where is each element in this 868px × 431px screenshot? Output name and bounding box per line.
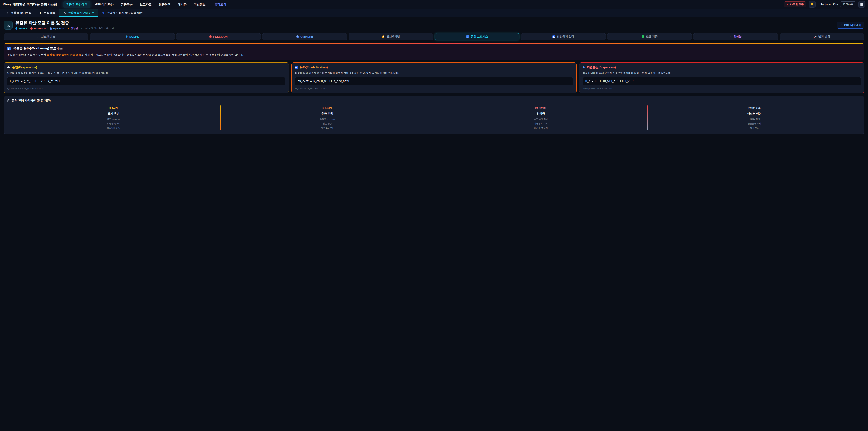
red-ellipse-icon (209, 35, 212, 38)
blue-circle-icon (50, 27, 52, 30)
tab-particle-tracking[interactable]: 입자추적법 (348, 33, 433, 40)
tab-weathering-process[interactable]: 풍화 프로세스 (435, 33, 520, 40)
stage-detail: 자연분해 시작 (436, 121, 646, 126)
nav-item-aerial-search[interactable]: 항공탐색 (156, 1, 174, 8)
stage-name: 유화 진행 (222, 112, 432, 116)
stage-detail: 체적 1.5~4배 (222, 126, 432, 130)
stage-period: 24~72시간 (436, 107, 646, 110)
sub-tab-bar: 유출유 확산분석 분석 목록 유출유확산모델 이론 오일펜스 배치 알고리즘 이… (0, 9, 868, 17)
timeline-stage-2: 6~24시간 유화 진행 유화율 50~70% 점도 급증 체적 1.5~4배 (221, 104, 434, 131)
card-title: 증발(Evaporation) (7, 65, 285, 69)
page-title-block: 유출유 확산 모델 이론 및 검증 KOSPS POSEIDON OpenDri… (16, 20, 114, 30)
banner-highlight: 물리·화학·생물학적 풍화 과정 (47, 53, 81, 56)
stage-detail: 수중 분산 증가 (436, 117, 646, 121)
rocket-icon (814, 35, 817, 38)
card-description: 파랑에 의해 해수가 유류에 혼입되어 점도가 크게 증가하는 현상. 방제 작… (295, 71, 573, 75)
main-nav: 유출유 확산예측 HNS·대기확산 긴급구난 보고자료 항공탐색 게시판 기상정… (63, 1, 229, 8)
top-bar: Wing 해양환경 위기대응 통합시스템 유출유 확산예측 HNS·대기확산 긴… (0, 0, 868, 9)
brand-title: 해양환경 위기대응 통합시스템 (13, 2, 57, 6)
formula-dispersion: D_r = 0.11·(U_w+U_c)²·(1+U_w)⁻¹ (583, 77, 861, 85)
stage-detail: 유막 급속 확대 (8, 121, 219, 126)
tab-ensemble[interactable]: 앙상블 (693, 33, 778, 40)
laptop-icon (37, 35, 39, 38)
page-header: 유출유 확산 모델 이론 및 검증 KOSPS POSEIDON OpenDri… (0, 17, 868, 32)
incident-status-badge: 사고 진행중 (784, 1, 806, 7)
nav-item-oil-spill-forecast[interactable]: 유출유 확산예측 (63, 1, 90, 8)
stage-detail: 유화율 50~70% (222, 117, 432, 121)
notifications-button[interactable] (809, 1, 815, 8)
subtab-oilfence-algorithm[interactable]: 오일펜스 배치 알고리즘 이론 (98, 9, 147, 17)
subtab-label: 유출유확산모델 이론 (68, 11, 94, 15)
droplet-icon (583, 66, 585, 69)
lightning-icon (68, 27, 70, 30)
brand-logo: Wing (3, 2, 11, 6)
tab-model-validation[interactable]: ✓ 모델 검증 (607, 33, 692, 40)
brand: Wing 해양환경 위기대응 통합시스템 (3, 2, 57, 6)
weathering-timeline: 풍화 진행 타임라인 (원유 기준) 0~6시간 초기 확산 증발 20~30%… (4, 96, 864, 134)
page-icon (4, 21, 13, 30)
tab-poseidon[interactable]: POSEIDON (176, 33, 261, 40)
nav-item-emergency-rescue[interactable]: 긴급구난 (118, 1, 135, 8)
pdf-export-button[interactable]: PDF 내보내기 (837, 22, 864, 29)
timeline-title: 풍화 진행 타임라인 (원유 기준) (7, 99, 861, 102)
stage-period: 0~6시간 (8, 107, 219, 110)
section-tab-strip: 시스템 개요 KOSPS POSEIDON OpenDrift 입자추적법 풍화… (0, 32, 868, 40)
incident-status-label: 사고 진행중 (790, 3, 804, 6)
nav-item-hns-diffusion[interactable]: HNS·대기확산 (92, 1, 117, 8)
card-description: 파랑 에너지에 의해 유류가 수중으로 분산되어 유막 두께가 감소하는 과정입… (583, 71, 861, 75)
subtab-label: 유출유 확산분석 (11, 11, 31, 15)
clipboard-icon (39, 11, 42, 14)
subtab-spill-analysis[interactable]: 유출유 확산분석 (2, 9, 35, 17)
logout-button[interactable]: 로그아웃 (840, 1, 856, 7)
stopwatch-icon (7, 99, 10, 102)
microscope-icon (6, 11, 9, 14)
nav-item-board[interactable]: 게시판 (175, 1, 190, 8)
tab-future-direction[interactable]: 발전 방향 (780, 33, 864, 40)
formula-note: W_c: 함수율 / K_em: 유화 속도상수 (295, 87, 573, 90)
tab-system-overview[interactable]: 시스템 개요 (4, 33, 88, 40)
badge-poseidon: POSEIDON (30, 27, 46, 30)
refresh-icon (466, 35, 469, 38)
stage-detail: 타르볼 형성 (649, 117, 860, 121)
hamburger-icon (860, 3, 864, 6)
pdf-download-icon (840, 24, 843, 27)
lightning-icon (730, 35, 732, 38)
stage-period: 72시간 이후 (649, 107, 860, 110)
nav-item-weather-info[interactable]: 기상정보 (191, 1, 209, 8)
subtab-label: 오일펜스 배치 알고리즘 이론 (106, 11, 143, 15)
tab-marine-environment-input[interactable]: 해양환경 입력 (521, 33, 606, 40)
stage-detail: 해안 표착 위험 (436, 126, 646, 130)
card-title: 자연분산(Dispersion) (583, 65, 861, 69)
card-description: 유류의 경질 성분이 대기로 증발하는 과정. 유출 초기 수시간 내에 가장 … (7, 71, 285, 75)
timeline-grid: 0~6시간 초기 확산 증발 20~30% 유막 급속 확대 중질유분 잔류 6… (7, 104, 861, 131)
blue-circle-icon (296, 35, 299, 38)
tab-opendrift[interactable]: OpenDrift (262, 33, 347, 40)
stage-period: 6~24시간 (222, 107, 432, 110)
menu-button[interactable] (858, 1, 865, 8)
stage-detail: 증발 20~30% (8, 117, 219, 121)
timeline-stage-4: 72시간 이후 타르볼 생성 타르볼 형성 생물분해 우세 장기 잔류 (648, 104, 861, 131)
blue-diamond-icon (126, 35, 128, 38)
alert-dot-icon (786, 4, 788, 5)
blue-diamond-icon (16, 27, 18, 30)
formula-emulsification: dW_c/dt = K_em·U_w²·(1-W_c/W_max) (295, 77, 573, 85)
nav-item-reports[interactable]: 보고자료 (137, 1, 155, 8)
subtab-analysis-list[interactable]: 분석 목록 (35, 9, 59, 17)
divider (210, 2, 210, 6)
bell-icon (810, 3, 814, 6)
card-evaporation: 증발(Evaporation) 유류의 경질 성분이 대기로 증발하는 과정. … (4, 62, 289, 93)
stage-detail: 생물분해 우세 (649, 121, 860, 126)
timeline-stage-1: 0~6시간 초기 확산 증발 20~30% 유막 급속 확대 중질유분 잔류 (7, 104, 220, 131)
timeline-stage-3: 24~72시간 안정화 수중 분산 증가 자연분해 시작 해안 표착 위험 (434, 104, 647, 131)
compass-icon (382, 35, 385, 38)
weathering-banner: 유출유 풍화(Weathering) 프로세스 유출유는 해면에 유출된 직후부… (4, 43, 864, 60)
nav-item-integrated-search[interactable]: 통합조회 (212, 1, 229, 8)
formula-note: Mackay 경험식 기반 분산율 계산 (583, 87, 861, 90)
stage-name: 타르볼 생성 (649, 112, 860, 116)
stage-detail: 중질유분 잔류 (8, 126, 219, 130)
banner-description: 유출유는 해면에 유출된 직후부터 물리·화학·생물학적 풍화 과정을 거쳐 지… (7, 53, 861, 57)
formula-note: x_i: 성분별 몰분율 / k_ei: 증발 속도상수 (7, 87, 285, 90)
badge-ensemble: 앙상블 (68, 27, 78, 30)
tab-kosps[interactable]: KOSPS (90, 33, 175, 40)
subtab-model-theory[interactable]: 유출유확산모델 이론 (59, 9, 98, 17)
